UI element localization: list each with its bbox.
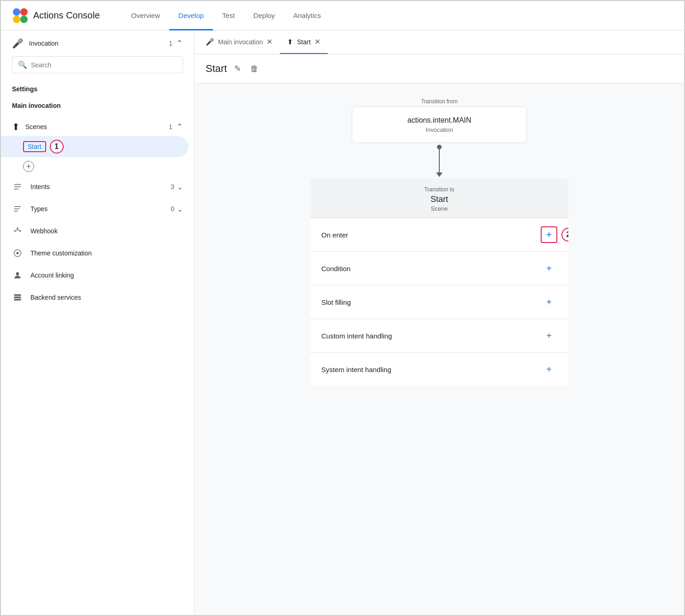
system-intent-handling-label: System intent handling <box>321 366 391 373</box>
step-1-circle: 1 <box>50 140 64 154</box>
tab-deploy[interactable]: Deploy <box>244 1 284 30</box>
svg-rect-5 <box>14 186 21 187</box>
svg-line-14 <box>18 229 19 231</box>
nav-logo: Actions Console <box>12 7 100 24</box>
svg-point-12 <box>19 230 21 231</box>
search-container: 🔍 <box>1 53 194 81</box>
step-2-circle: 2 <box>561 228 568 242</box>
delete-scene-button[interactable]: 🗑 <box>248 62 260 76</box>
scene-editor-header: Start ✎ 🗑 <box>195 54 684 83</box>
scene-name-start[interactable]: Start <box>23 141 46 152</box>
svg-point-1 <box>20 8 28 16</box>
transition-from-label: Transition from <box>352 98 527 105</box>
intents-icon <box>12 181 23 192</box>
svg-rect-9 <box>14 211 18 212</box>
flow-canvas: Transition from actions.intent.MAIN Invo… <box>195 83 684 615</box>
custom-intent-handling-add-button[interactable]: + <box>541 327 557 344</box>
condition-section-row[interactable]: Condition + <box>310 251 568 285</box>
svg-rect-8 <box>14 208 20 209</box>
on-enter-section-row[interactable]: On enter + 2 <box>310 218 568 251</box>
account-linking-icon <box>12 270 23 281</box>
search-box: 🔍 <box>12 56 183 73</box>
types-chevron-icon: ⌄ <box>177 205 183 213</box>
webhook-label: Webhook <box>30 227 58 235</box>
svg-point-17 <box>16 272 19 275</box>
slot-filling-add-button[interactable]: + <box>541 294 557 310</box>
sidebar-item-account-linking[interactable]: Account linking <box>1 264 194 286</box>
custom-intent-handling-section-row[interactable]: Custom intent handling + <box>310 319 568 352</box>
main-invocation-tab-close[interactable]: ✕ <box>266 38 272 46</box>
transition-to-header: Transition to Start Scene <box>310 179 568 218</box>
condition-label: Condition <box>321 265 350 272</box>
system-intent-handling-section-row[interactable]: System intent handling + <box>310 352 568 386</box>
condition-add-button[interactable]: + <box>541 260 557 277</box>
intents-label: Intents <box>30 183 50 190</box>
transition-to-container: Transition to Start Scene On enter + 2 <box>310 179 568 386</box>
types-label: Types <box>30 205 47 213</box>
app-title: Actions Console <box>33 10 100 21</box>
sidebar-item-main-invocation[interactable]: Main invocation <box>1 97 194 114</box>
content-tab-main-invocation[interactable]: 🎤 Main invocation ✕ <box>198 30 280 54</box>
search-input[interactable] <box>31 61 177 69</box>
transition-from-subtitle: Invocation <box>363 126 515 133</box>
svg-rect-4 <box>14 184 21 185</box>
arrow-line <box>439 149 440 172</box>
arrow-dot <box>437 145 442 149</box>
transition-from-card: actions.intent.MAIN Invocation <box>352 107 527 143</box>
types-count: 0 <box>171 205 174 213</box>
tab-analytics[interactable]: Analytics <box>284 1 330 30</box>
scene-editor-title: Start <box>206 63 227 75</box>
arrow-head-icon <box>436 172 443 177</box>
content-area: 🎤 Main invocation ✕ ⬆ Start ✕ Start ✎ 🗑 <box>195 30 684 615</box>
sidebar-item-webhook[interactable]: Webhook <box>1 220 194 242</box>
edit-scene-button[interactable]: ✎ <box>232 62 243 76</box>
sidebar-item-theme-customization[interactable]: Theme customization <box>1 242 194 264</box>
content-tab-start[interactable]: ⬆ Start ✕ <box>280 30 328 54</box>
add-scene-button[interactable]: + <box>1 157 194 176</box>
system-intent-handling-add-button[interactable]: + <box>541 361 557 378</box>
scenes-chevron-icon: ⌃ <box>176 122 183 132</box>
backend-services-label: Backend services <box>30 294 81 301</box>
svg-rect-20 <box>14 299 21 300</box>
on-enter-add-button[interactable]: + <box>541 226 557 243</box>
sidebar-item-intents[interactable]: Intents 3 ⌄ <box>1 176 194 198</box>
svg-line-13 <box>16 229 18 231</box>
custom-intent-handling-label: Custom intent handling <box>321 332 392 340</box>
app-container: Actions Console Overview Develop Test De… <box>0 0 685 616</box>
svg-point-10 <box>14 230 16 231</box>
webhook-icon <box>12 225 23 237</box>
sidebar-item-types[interactable]: Types 0 ⌄ <box>1 198 194 220</box>
start-tab-icon: ⬆ <box>287 38 293 46</box>
start-tab-close[interactable]: ✕ <box>314 38 320 46</box>
invocation-section-header[interactable]: 🎤 Invocation 1 ⌃ <box>1 30 194 53</box>
invocation-chevron-icon: ⌃ <box>176 38 183 48</box>
search-icon: 🔍 <box>18 60 27 69</box>
add-circle-icon: + <box>23 161 34 172</box>
invocation-label: Invocation <box>29 40 59 47</box>
backend-services-icon <box>12 292 23 303</box>
sidebar-item-backend-services[interactable]: Backend services <box>1 286 194 308</box>
sidebar-item-settings[interactable]: Settings <box>1 81 194 97</box>
sidebar-item-start[interactable]: Start 1 <box>1 136 189 157</box>
transition-to-label: Transition to <box>321 186 557 193</box>
scenes-section-header[interactable]: ⬆ Scenes 1 ⌃ <box>1 114 194 136</box>
svg-point-2 <box>13 16 20 23</box>
intents-chevron-icon: ⌄ <box>177 183 183 191</box>
account-linking-label: Account linking <box>30 272 74 279</box>
nav-tabs: Overview Develop Test Deploy Analytics <box>122 1 673 30</box>
tab-test[interactable]: Test <box>213 1 244 30</box>
types-icon <box>12 203 23 214</box>
svg-point-11 <box>17 228 18 229</box>
main-invocation-tab-icon: 🎤 <box>206 38 214 46</box>
tab-develop[interactable]: Develop <box>169 1 213 30</box>
tab-overview[interactable]: Overview <box>122 1 170 30</box>
invocation-count: 1 <box>169 40 172 47</box>
slot-filling-section-row[interactable]: Slot filling + <box>310 285 568 319</box>
mic-icon: 🎤 <box>12 38 24 49</box>
svg-rect-6 <box>14 189 19 190</box>
content-tabs-bar: 🎤 Main invocation ✕ ⬆ Start ✕ <box>195 30 684 54</box>
transition-from-box: Transition from actions.intent.MAIN Invo… <box>352 98 527 143</box>
transition-to-title: Start <box>321 195 557 204</box>
scenes-label: Scenes <box>25 123 47 130</box>
theme-customization-icon <box>12 248 23 259</box>
